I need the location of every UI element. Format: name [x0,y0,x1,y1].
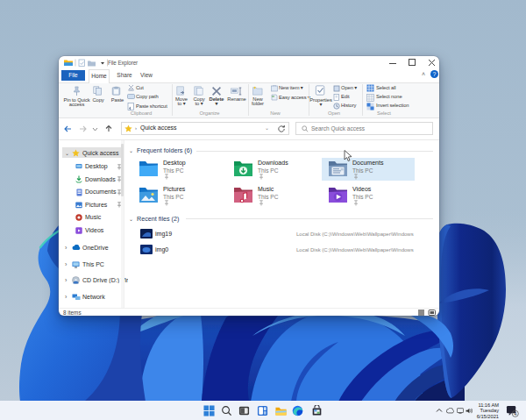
svg-text:4: 4 [514,411,516,416]
